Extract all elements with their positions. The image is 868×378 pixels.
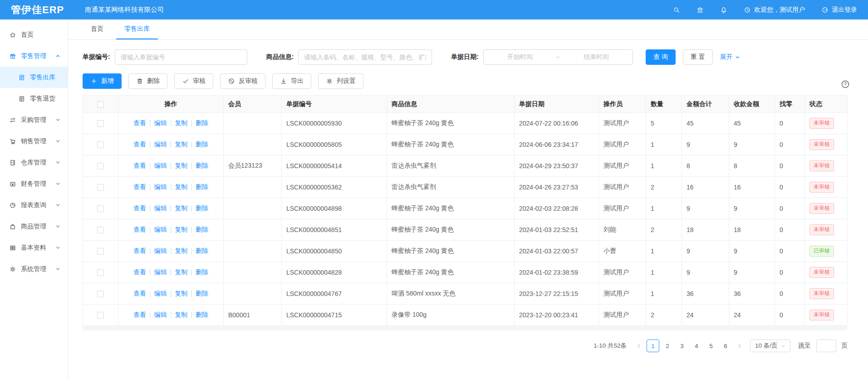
- action-delete-link[interactable]: 删除: [196, 141, 208, 148]
- action-view-link[interactable]: 查看: [133, 268, 146, 276]
- action-edit-link[interactable]: 编辑: [154, 247, 167, 254]
- sidebar-item-purchase-manage[interactable]: 采购管理: [0, 109, 68, 131]
- sidebar-item-sales-manage[interactable]: 销售管理: [0, 131, 68, 152]
- sidebar-item-warehouse-manage[interactable]: 仓库管理: [0, 152, 68, 173]
- page-button-2[interactable]: 2: [661, 339, 674, 352]
- expand-toggle[interactable]: 展开: [720, 53, 740, 61]
- cell-status: 未审核: [805, 283, 848, 305]
- notification-button[interactable]: [720, 6, 727, 14]
- action-copy-link[interactable]: 复制: [175, 162, 187, 169]
- action-delete-link[interactable]: 删除: [196, 311, 208, 318]
- audit-button[interactable]: 审核: [174, 73, 213, 89]
- action-delete-link[interactable]: 删除: [196, 268, 208, 276]
- action-view-link[interactable]: 查看: [133, 119, 146, 126]
- table-row: 查看|编辑|复制|删除LSCK00000005805蜂蜜柚子茶 240g 黄色2…: [83, 134, 848, 155]
- action-view-link[interactable]: 查看: [133, 162, 146, 169]
- sidebar-item-product-manage[interactable]: 商品管理: [0, 216, 68, 237]
- action-edit-link[interactable]: 编辑: [154, 204, 167, 212]
- action-view-link[interactable]: 查看: [133, 290, 146, 297]
- search-button[interactable]: [673, 6, 680, 14]
- date-range-picker[interactable]: 开始时间 ~ 结束时间: [483, 49, 633, 65]
- sidebar-item-retail-return[interactable]: 零售退货: [0, 88, 68, 109]
- action-view-link[interactable]: 查看: [133, 226, 146, 233]
- sidebar-item-retail-manage[interactable]: 零售管理: [0, 45, 68, 67]
- action-edit-link[interactable]: 编辑: [154, 162, 167, 169]
- action-edit-link[interactable]: 编辑: [154, 141, 167, 148]
- sidebar-item-system-manage[interactable]: 系统管理: [0, 258, 68, 280]
- welcome-user[interactable]: 欢迎您，测试用户: [744, 6, 805, 14]
- action-copy-link[interactable]: 复制: [175, 311, 187, 318]
- action-delete-link[interactable]: 删除: [196, 119, 208, 126]
- action-copy-link[interactable]: 复制: [175, 290, 187, 297]
- action-edit-link[interactable]: 编辑: [154, 119, 167, 126]
- action-view-link[interactable]: 查看: [133, 204, 146, 212]
- help-icon[interactable]: ?: [841, 80, 850, 89]
- action-edit-link[interactable]: 编辑: [154, 311, 167, 318]
- cell-member: [224, 283, 282, 305]
- date-start-input[interactable]: 开始时间: [507, 53, 533, 61]
- row-checkbox[interactable]: [97, 141, 104, 148]
- row-checkbox[interactable]: [97, 205, 104, 212]
- action-view-link[interactable]: 查看: [133, 141, 146, 148]
- action-copy-link[interactable]: 复制: [175, 247, 187, 254]
- action-copy-link[interactable]: 复制: [175, 183, 187, 190]
- next-page-button[interactable]: [735, 343, 745, 349]
- row-checkbox[interactable]: [97, 184, 104, 191]
- reset-button[interactable]: 重 置: [683, 49, 713, 65]
- page-button-5[interactable]: 5: [705, 339, 717, 352]
- product-info-input[interactable]: [298, 49, 432, 65]
- action-view-link[interactable]: 查看: [133, 183, 146, 190]
- tab-retail-outbound[interactable]: 零售出库: [116, 19, 158, 39]
- logout-button[interactable]: 退出登录: [821, 6, 857, 14]
- organization-button[interactable]: [696, 6, 704, 14]
- action-edit-link[interactable]: 编辑: [154, 268, 167, 276]
- horizontal-scrollbar[interactable]: [83, 326, 848, 330]
- sidebar-item-basic-data[interactable]: 基本资料: [0, 237, 68, 258]
- sidebar-item-report-query[interactable]: 报表查询: [0, 194, 68, 216]
- row-checkbox[interactable]: [97, 227, 104, 233]
- tab-home[interactable]: 首页: [83, 19, 112, 39]
- row-checkbox[interactable]: [97, 248, 104, 255]
- action-view-link[interactable]: 查看: [133, 247, 146, 254]
- bill-no-input[interactable]: [115, 49, 247, 65]
- action-edit-link[interactable]: 编辑: [154, 290, 167, 297]
- page-button-3[interactable]: 3: [676, 339, 688, 352]
- page-button-1[interactable]: 1: [647, 339, 659, 352]
- row-checkbox[interactable]: [97, 269, 104, 276]
- action-copy-link[interactable]: 复制: [175, 226, 187, 233]
- row-checkbox[interactable]: [97, 163, 104, 170]
- action-delete-link[interactable]: 删除: [196, 162, 208, 169]
- action-copy-link[interactable]: 复制: [175, 119, 187, 126]
- delete-button[interactable]: 删除: [128, 73, 167, 89]
- action-edit-link[interactable]: 编辑: [154, 183, 167, 190]
- row-checkbox[interactable]: [97, 312, 104, 319]
- sidebar-item-home[interactable]: 首页: [0, 24, 68, 45]
- action-view-link[interactable]: 查看: [133, 311, 146, 318]
- sidebar-item-retail-outbound[interactable]: 零售出库: [0, 67, 68, 88]
- action-copy-link[interactable]: 复制: [175, 204, 187, 212]
- action-delete-link[interactable]: 删除: [196, 247, 208, 254]
- row-checkbox[interactable]: [97, 120, 104, 127]
- action-delete-link[interactable]: 删除: [196, 204, 208, 212]
- row-checkbox[interactable]: [97, 291, 104, 297]
- column-settings-button[interactable]: 列设置: [318, 73, 363, 89]
- page-button-4[interactable]: 4: [690, 339, 703, 352]
- page-button-6[interactable]: 6: [719, 339, 732, 352]
- prev-page-button[interactable]: [634, 343, 644, 349]
- action-delete-link[interactable]: 删除: [196, 290, 208, 297]
- action-copy-link[interactable]: 复制: [175, 141, 187, 148]
- page-size-select[interactable]: 10 条/页: [750, 339, 790, 352]
- date-separator: ~: [556, 53, 560, 61]
- unaudit-button[interactable]: 反审核: [220, 73, 265, 89]
- add-button[interactable]: 新增: [83, 73, 122, 89]
- date-end-input[interactable]: 结束时间: [584, 53, 609, 61]
- search-button[interactable]: 查 询: [646, 49, 676, 65]
- export-button[interactable]: 导出: [272, 73, 311, 89]
- action-delete-link[interactable]: 删除: [196, 226, 208, 233]
- action-copy-link[interactable]: 复制: [175, 268, 187, 276]
- jump-to-input[interactable]: [816, 339, 836, 352]
- action-delete-link[interactable]: 删除: [196, 183, 208, 190]
- action-edit-link[interactable]: 编辑: [154, 226, 167, 233]
- select-all-checkbox[interactable]: [97, 101, 104, 108]
- sidebar-item-finance-manage[interactable]: 财务管理: [0, 173, 68, 194]
